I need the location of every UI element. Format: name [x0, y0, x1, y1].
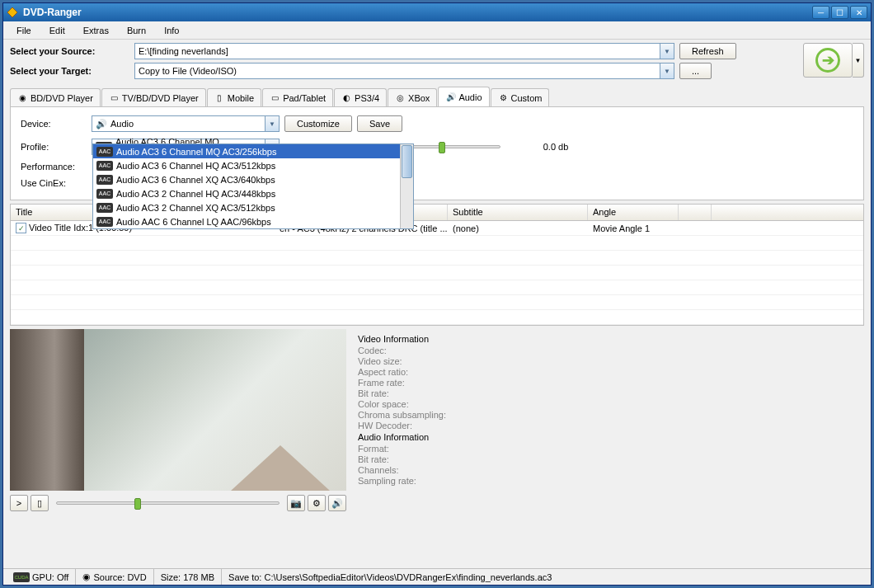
- aac-icon: AAC: [96, 147, 113, 157]
- info-channels: Channels:: [358, 465, 861, 475]
- go-dropdown-button[interactable]: ▼: [853, 43, 864, 78]
- profile-option[interactable]: AACAudio AC3 6 Channel HQ AC3/512kbps: [93, 158, 413, 172]
- slider-thumb[interactable]: [134, 498, 141, 510]
- subtitle-cell: (none): [448, 222, 588, 235]
- stop-icon: ▯: [37, 498, 42, 509]
- info-format: Format:: [358, 444, 861, 454]
- customize-button[interactable]: Customize: [284, 115, 352, 132]
- speaker-icon: 🔊: [331, 498, 343, 509]
- audio-panel: Device: 🔊Audio▼ Customize Save Profile: …: [10, 107, 864, 200]
- menu-burn[interactable]: Burn: [120, 23, 153, 38]
- main-window: DVD-Ranger ─ ☐ ✕ File Edit Extras Burn I…: [2, 2, 872, 586]
- aac-icon: AAC: [96, 175, 113, 185]
- usecinex-label: Use CinEx:: [21, 178, 87, 188]
- chevron-down-icon[interactable]: ▼: [265, 116, 279, 131]
- mute-button[interactable]: 🔊: [328, 495, 346, 511]
- info-bit-rate: Bit rate:: [358, 388, 861, 398]
- menu-file[interactable]: File: [10, 23, 38, 38]
- arrow-right-icon: ➔: [815, 48, 840, 73]
- play-button[interactable]: >: [10, 495, 28, 511]
- gear-icon: ⚙: [312, 498, 321, 509]
- aac-icon: AAC: [96, 203, 113, 213]
- info-panel: Video Information Codec: Video size: Asp…: [355, 329, 864, 512]
- profile-option[interactable]: AACAudio AC3 2 Channel XQ AC3/512kbps: [93, 200, 413, 214]
- settings-button[interactable]: ⚙: [308, 495, 326, 511]
- info-aspect-ratio: Aspect ratio:: [358, 367, 861, 377]
- info-codec: Codec:: [358, 346, 861, 355]
- table-row: [11, 310, 863, 325]
- minimize-button[interactable]: ─: [812, 6, 829, 19]
- table-row: [11, 295, 863, 310]
- info-hw-decoder: HW Decoder:: [358, 421, 861, 430]
- playstation-icon: ◐: [341, 92, 352, 103]
- device-label: Device:: [21, 119, 87, 129]
- info-chroma: Chroma subsampling:: [358, 410, 861, 420]
- table-row: [11, 251, 863, 266]
- maximize-button[interactable]: ☐: [831, 6, 848, 19]
- table-row: [11, 266, 863, 280]
- status-source: ◉Source: DVD: [76, 569, 153, 585]
- save-button[interactable]: Save: [357, 115, 402, 132]
- status-saveto: Save to: C:\Users\SoftpediaEditor\Videos…: [222, 569, 867, 585]
- info-video-size: Video size:: [358, 356, 861, 366]
- profile-option[interactable]: AACAudio AC3 2 Channel HQ AC3/448kbps: [93, 186, 413, 200]
- profile-option[interactable]: AACAudio AAC 6 Channel LQ AAC/96kbps: [93, 214, 413, 228]
- performance-label: Performance:: [21, 162, 87, 172]
- audio-icon: 🔊: [445, 92, 456, 102]
- speaker-icon: 🔊: [96, 119, 107, 129]
- svg-marker-0: [7, 7, 17, 17]
- tab-custom[interactable]: ⚙Custom: [491, 88, 550, 106]
- cuda-icon: CUDA: [13, 572, 30, 582]
- video-info-header: Video Information: [358, 334, 861, 344]
- tab-tv-bd-dvd-player[interactable]: ▭TV/BD/DVD Player: [101, 88, 206, 106]
- stop-button[interactable]: ▯: [31, 495, 49, 511]
- aac-icon: AAC: [96, 217, 113, 227]
- column-header-subtitle[interactable]: Subtitle: [448, 205, 588, 220]
- profile-option[interactable]: AACAudio AC3 6 Channel XQ AC3/640kbps: [93, 172, 413, 186]
- device-select[interactable]: 🔊Audio▼: [92, 115, 280, 132]
- tab-xbox[interactable]: ◎XBox: [388, 88, 437, 106]
- column-header-angle[interactable]: Angle: [588, 205, 679, 220]
- profile-option[interactable]: AACAudio AC3 6 Channel MQ AC3/256kbps: [93, 144, 413, 158]
- checkbox[interactable]: ✓: [16, 223, 26, 233]
- menu-edit[interactable]: Edit: [43, 23, 72, 38]
- target-label: Select your Target:: [10, 66, 129, 76]
- seek-slider[interactable]: [56, 501, 280, 505]
- xbox-icon: ◎: [395, 92, 406, 103]
- status-size: Size: 178 MB: [154, 569, 222, 585]
- close-button[interactable]: ✕: [850, 6, 867, 19]
- audio-info-header: Audio Information: [358, 432, 861, 442]
- aac-icon: AAC: [96, 189, 113, 199]
- menubar: File Edit Extras Burn Info: [3, 21, 871, 40]
- slider-thumb[interactable]: [439, 142, 445, 153]
- target-combo[interactable]: Copy to File (Video/ISO)▼: [134, 63, 674, 79]
- tab-bd-dvd-player[interactable]: ◉BD/DVD Player: [10, 88, 101, 106]
- menu-extras[interactable]: Extras: [77, 23, 115, 38]
- tab-pad-tablet[interactable]: ▭Pad/Tablet: [262, 88, 333, 106]
- refresh-button[interactable]: Refresh: [679, 43, 736, 59]
- tab-mobile[interactable]: ▯Mobile: [207, 88, 261, 106]
- go-button[interactable]: ➔: [803, 43, 853, 78]
- browse-button[interactable]: ...: [679, 63, 712, 79]
- tab-audio[interactable]: 🔊Audio: [438, 87, 489, 106]
- table-row: [11, 280, 863, 295]
- angle-cell: Movie Angle 1: [588, 222, 679, 235]
- chevron-down-icon[interactable]: ▼: [660, 64, 674, 78]
- scrollbar[interactable]: [400, 144, 413, 228]
- scrollbar-thumb[interactable]: [402, 145, 412, 178]
- info-frame-rate: Frame rate:: [358, 378, 861, 388]
- tab-ps34[interactable]: ◐PS3/4: [334, 88, 387, 106]
- gear-icon: ⚙: [498, 92, 509, 103]
- mobile-icon: ▯: [214, 92, 225, 103]
- info-audio-bitrate: Bit rate:: [358, 454, 861, 464]
- profile-label: Profile:: [21, 142, 87, 152]
- chevron-down-icon[interactable]: ▼: [660, 44, 674, 59]
- menu-info[interactable]: Info: [157, 23, 186, 38]
- snapshot-button[interactable]: 📷: [287, 495, 305, 511]
- column-header-empty: [679, 205, 712, 220]
- aac-icon: AAC: [96, 161, 113, 171]
- statusbar: CUDAGPU: Off ◉Source: DVD Size: 178 MB S…: [3, 568, 871, 585]
- tablet-icon: ▭: [270, 92, 280, 103]
- app-icon: [7, 7, 18, 18]
- source-combo[interactable]: E:\[finding neverlands]▼: [134, 43, 674, 59]
